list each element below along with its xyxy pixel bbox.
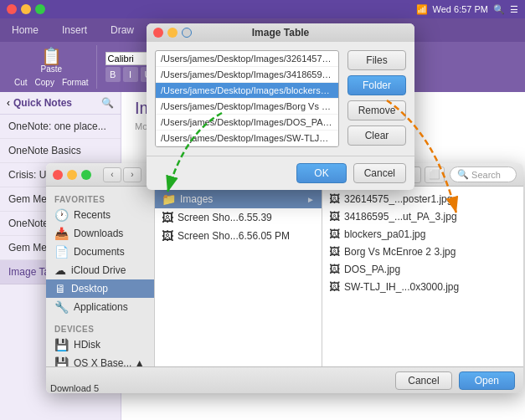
desktop-icon: 🖥 <box>54 282 66 295</box>
dialog-button-group: Files Folder Remove Clear <box>347 50 406 147</box>
sidebar-item-0[interactable]: OneNote: one place... <box>0 115 121 139</box>
dialog-titlebar: Image Table <box>147 23 414 42</box>
finder-folder-images[interactable]: 📁 Images ► <box>155 190 322 208</box>
finder-max-btn[interactable] <box>81 170 91 180</box>
dialog-list-item-5[interactable]: /Users/james/Desktop/Images/SW-TLJ_IH_K1… <box>156 131 338 146</box>
sidebar-desktop[interactable]: 🖥 Desktop <box>46 279 154 298</box>
cancel-button[interactable]: Cancel <box>353 163 406 183</box>
finder-file-0[interactable]: 🖼 32614575_...poster1.jpg <box>322 190 523 207</box>
menu-icon[interactable]: ☰ <box>510 4 518 15</box>
dialog-traffic-lights <box>153 28 192 38</box>
cut-button[interactable]: Cut <box>12 77 30 88</box>
sidebar-downloads[interactable]: 📥 Downloads <box>46 224 154 243</box>
file4-icon: 🖼 <box>329 263 340 275</box>
file0-label: 32614575_...poster1.jpg <box>344 193 452 205</box>
dialog-list-item-0[interactable]: /Users/james/Desktop/Images/32614575_7Da… <box>156 51 338 67</box>
finder-tag-btn[interactable]: ⬜ <box>425 166 445 183</box>
file1-icon: 🖼 <box>329 210 340 223</box>
bold-button[interactable]: B <box>106 67 121 82</box>
sidebar-recents[interactable]: 🕐 Recents <box>46 206 154 224</box>
traffic-lights <box>7 4 45 14</box>
sidebar-hdisk[interactable]: 💾 HDisk <box>46 335 154 354</box>
paste-label: Paste <box>41 64 63 74</box>
sidebar-applications[interactable]: 🔧 Applications <box>46 298 154 316</box>
finder-file-4[interactable]: 🖼 DOS_PA.jpg <box>322 260 523 278</box>
tab-insert[interactable]: Insert <box>50 18 99 42</box>
finder-forward-btn[interactable]: › <box>123 167 142 182</box>
sidebar-search-icon[interactable]: 🔍 <box>101 97 114 109</box>
dialog-list-area: /Users/james/Desktop/Images/32614575_7Da… <box>155 50 339 147</box>
finder-screenshot-2[interactable]: 🖼 Screen Sho...6.56.05 PM <box>155 227 322 245</box>
downloads-icon: 📥 <box>54 227 69 240</box>
files-button[interactable]: Files <box>347 50 406 70</box>
finder-nav-buttons: ‹ › <box>103 167 142 182</box>
file2-label: blockers_pa01.jpg <box>344 228 425 240</box>
folder-button[interactable]: Folder <box>347 75 406 95</box>
quick-notes-label: Quick Notes <box>13 97 98 109</box>
file1-label: 34186595_...ut_PA_3.jpg <box>344 211 457 223</box>
documents-icon: 📄 <box>54 245 69 259</box>
screenshot1-label: Screen Sho...6.55.39 <box>178 212 272 223</box>
finder-search-box[interactable]: 🔍 Search <box>450 166 517 182</box>
finder-main-area: 📁 Images ► 🖼 Screen Sho...6.55.39 🖼 Scre… <box>155 187 523 366</box>
finder-file-2[interactable]: 🖼 blockers_pa01.jpg <box>322 225 523 243</box>
desktop-label: Desktop <box>71 283 108 295</box>
finder-back-btn[interactable]: ‹ <box>103 167 121 182</box>
tab-home[interactable]: Home <box>0 18 50 42</box>
dialog-list-item-1[interactable]: /Users/james/Desktop/Images/34186595_Bei… <box>156 67 338 83</box>
sidebar-osxbase[interactable]: 💾 OS X Base... ▲ <box>46 354 154 366</box>
sidebar-item-1[interactable]: OneNote Basics <box>0 139 121 163</box>
download-badge: Download 5 <box>50 383 99 393</box>
finder-screenshot-1[interactable]: 🖼 Screen Sho...6.55.39 <box>155 208 322 227</box>
finder-search-icon: 🔍 <box>457 169 469 180</box>
finder-sidebar: Favorites 🕐 Recents 📥 Downloads 📄 Docume… <box>46 187 155 366</box>
sidebar-documents[interactable]: 📄 Documents <box>46 243 154 261</box>
dialog-body: /Users/james/Desktop/Images/32614575_7Da… <box>147 42 414 156</box>
screenshot1-icon: 🖼 <box>162 211 173 224</box>
minimize-button[interactable] <box>21 4 31 14</box>
finder-min-btn[interactable] <box>67 170 77 180</box>
dialog-min-button[interactable] <box>167 28 178 38</box>
copy-button[interactable]: Copy <box>33 77 57 88</box>
dialog-list-item-4[interactable]: /Users/james/Desktop/Images/DOS_PA.jpg <box>156 115 338 131</box>
finder-file-3[interactable]: 🖼 Borg Vs McEnroe 2 3.jpg <box>322 243 523 260</box>
format-button[interactable]: Format <box>59 77 91 88</box>
italic-button[interactable]: I <box>123 67 138 82</box>
devices-label: Devices <box>46 321 154 335</box>
file0-icon: 🖼 <box>329 192 340 205</box>
osxbase-label: OS X Base... ▲ <box>74 357 145 366</box>
screenshot2-icon: 🖼 <box>162 229 173 243</box>
finder-close-btn[interactable] <box>53 170 63 180</box>
finder-file-1[interactable]: 🖼 34186595_...ut_PA_3.jpg <box>322 207 523 225</box>
dialog-close-button[interactable] <box>153 28 163 38</box>
recents-icon: 🕐 <box>54 208 69 222</box>
file5-label: SW-TLJ_IH_...0x3000.jpg <box>344 281 459 293</box>
ok-button[interactable]: OK <box>296 163 346 183</box>
finder-open-button[interactable]: Open <box>459 371 515 390</box>
dialog-title: Image Table <box>252 27 309 38</box>
screenshot2-label: Screen Sho...6.56.05 PM <box>178 230 290 242</box>
tab-draw[interactable]: Draw <box>99 18 146 42</box>
file4-label: DOS_PA.jpg <box>344 264 400 275</box>
sidebar-icloud[interactable]: ☁ iCloud Drive <box>46 261 154 279</box>
finder-window: ‹ › ⊞ ☰ ⊟ ⊟ 📁 Images ▾ ⬆ ⬜ 🔍 Search Favo… <box>46 163 523 393</box>
maximize-button[interactable] <box>35 4 45 14</box>
dialog-max-button[interactable] <box>182 28 192 38</box>
dialog-list-item-2[interactable]: /Users/james/Desktop/Images/blockers_pa0… <box>156 83 338 99</box>
image-table-dialog: Image Table /Users/james/Desktop/Images/… <box>147 23 414 190</box>
close-button[interactable] <box>7 4 17 14</box>
sidebar-collapse-icon[interactable]: ‹ <box>7 97 10 109</box>
dialog-list-item-3[interactable]: /Users/james/Desktop/Images/Borg Vs McEn… <box>156 99 338 115</box>
clear-button[interactable]: Clear <box>347 125 406 146</box>
search-icon[interactable]: 🔍 <box>493 4 505 15</box>
images-folder-arrow: ► <box>306 195 315 204</box>
finder-file-5[interactable]: 🖼 SW-TLJ_IH_...0x3000.jpg <box>322 278 523 295</box>
remove-button[interactable]: Remove <box>347 100 406 120</box>
finder-traffic-lights <box>53 170 91 180</box>
finder-cancel-button[interactable]: Cancel <box>395 371 451 390</box>
finder-bottombar: Cancel Open <box>46 366 523 393</box>
finder-body: Favorites 🕐 Recents 📥 Downloads 📄 Docume… <box>46 187 523 366</box>
paste-button[interactable]: 📋 Paste <box>39 46 64 75</box>
hdisk-icon: 💾 <box>54 338 69 351</box>
finder-folders-column: 📁 Images ► 🖼 Screen Sho...6.55.39 🖼 Scre… <box>155 187 322 366</box>
